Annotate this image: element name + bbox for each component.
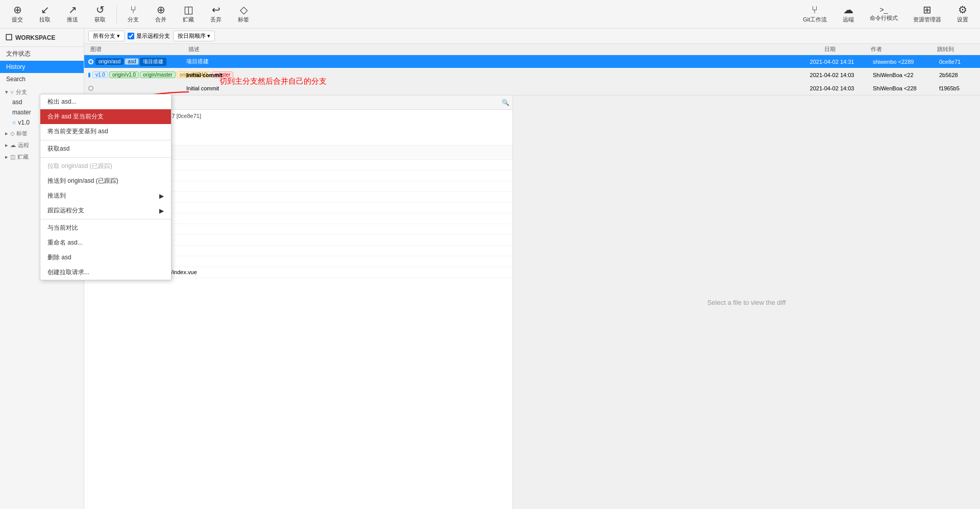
- toolbar-stash[interactable]: ◫ 贮藏: [175, 3, 202, 26]
- tag-section-icon: ◇: [10, 130, 14, 137]
- toolbar-sep1: [116, 5, 117, 23]
- merge-icon: ⊕: [157, 5, 165, 15]
- branch-icon: ⑂: [130, 5, 136, 15]
- git-flow-icon: ⑂: [812, 5, 818, 15]
- tag-origin-master: origin/master: [140, 71, 176, 78]
- ctx-merge[interactable]: 合并 asd 至当前分支: [40, 109, 171, 124]
- remote-icon: ☁: [843, 5, 853, 15]
- commit-date-3: 2021-04-02 14:03: [791, 85, 873, 91]
- commit-date-1: 2021-04-02 14:31: [791, 59, 873, 65]
- tag-origin-asd: origin/asd: [95, 58, 124, 65]
- commit-icon: ⊕: [13, 5, 22, 15]
- show-remote-checkbox[interactable]: 显示远程分支: [128, 32, 170, 40]
- stash-section-icon: ◫: [10, 154, 15, 160]
- toolbar-merge[interactable]: ⊕ 合并: [148, 3, 174, 26]
- ctx-rebase[interactable]: 将当前变更变基到 asd: [40, 124, 171, 139]
- detail-search-icon[interactable]: 🔍: [502, 99, 509, 106]
- commit-hash-3: f1965b5: [939, 85, 980, 91]
- sidebar-file-status[interactable]: 文件状态: [0, 47, 84, 61]
- commit-graph-2: v1.0 origin/v1.0 origin/master origin/HE…: [84, 71, 186, 78]
- pull-icon: ↙: [41, 5, 50, 15]
- ctx-push-tracked[interactable]: 推送到 origin/asd (已跟踪): [40, 174, 171, 188]
- toolbar-remote[interactable]: ☁ 远端: [835, 3, 862, 26]
- dropdown-arrow-icon: ▾: [117, 33, 120, 39]
- commit-row-1[interactable]: origin/asd asd 项目搭建 项目搭建 2021-04-02 14:3…: [84, 55, 980, 68]
- content-area: 所有分支 ▾ 显示远程分支 按日期顺序 ▾ 图谱 描述 日期 作者 跳转到: [84, 29, 980, 509]
- ctx-push-to[interactable]: 推送到 ▶: [40, 188, 171, 203]
- stash-icon: ◫: [184, 5, 193, 15]
- toolbar-right: ⑂ Git工作流 ☁ 远端 >_ 命令行模式 ⊞ 资源管理器 ⚙ 设置: [796, 3, 976, 26]
- commit-toolbar: 所有分支 ▾ 显示远程分支 按日期顺序 ▾: [84, 29, 980, 44]
- tag-v1: v1.0: [92, 71, 108, 78]
- fetch-icon: ↺: [96, 5, 105, 15]
- toolbar-git-flow[interactable]: ⑂ Git工作流: [796, 3, 834, 26]
- commit-author-2: ShiWenBoa <22: [873, 72, 939, 78]
- commit-author-1: shiwenbo <2289: [873, 59, 939, 65]
- branch-section-icon: ⑂: [10, 89, 14, 95]
- commit-date-2: 2021-04-02 14:03: [791, 72, 873, 78]
- ctx-pull-disabled: 拉取 origin/asd (已跟踪): [40, 159, 171, 174]
- ctx-sep-3: [40, 219, 171, 220]
- commit-desc-2: Initial commit: [186, 72, 791, 78]
- commit-desc-1: 项目搭建: [186, 58, 791, 65]
- tag-asd: asd: [125, 58, 139, 65]
- commit-row-2[interactable]: v1.0 origin/v1.0 origin/master origin/HE…: [84, 68, 980, 82]
- sidebar-history[interactable]: History: [0, 61, 84, 73]
- commit-list: origin/asd asd 项目搭建 项目搭建 2021-04-02 14:3…: [84, 55, 980, 95]
- sidebar-search[interactable]: Search: [0, 73, 84, 85]
- commit-list-header: 图谱 描述 日期 作者 跳转到: [84, 44, 980, 55]
- all-branches-dropdown[interactable]: 所有分支 ▾: [88, 31, 125, 41]
- ctx-rename[interactable]: 重命名 asd...: [40, 235, 171, 250]
- toolbar-commit[interactable]: ⊕ 提交: [4, 3, 31, 26]
- col-header-desc: 描述: [188, 45, 789, 53]
- commit-hash-2: 2b5628: [939, 72, 980, 78]
- discard-icon: ↩: [212, 5, 220, 15]
- commit-hash-1: 0ce8e71: [939, 59, 980, 65]
- col-header-author: 作者: [871, 45, 937, 53]
- toolbar-fetch[interactable]: ↺ 获取: [87, 3, 113, 26]
- col-header-graph: 图谱: [86, 45, 188, 53]
- toolbar-branch[interactable]: ⑂ 分支: [120, 3, 146, 26]
- chevron-right-icon3: ▸: [5, 154, 8, 160]
- ctx-delete[interactable]: 删除 asd: [40, 250, 171, 265]
- commit-graph-1: origin/asd asd 项目搭建: [84, 58, 186, 66]
- ctx-sep-2: [40, 157, 171, 158]
- submenu-arrow-icon: ▶: [159, 192, 164, 200]
- commit-author-3: ShiWenBoa <228: [873, 85, 939, 91]
- toolbar-discard[interactable]: ↩ 丢弃: [203, 3, 229, 26]
- workspace-logo: ☐ WORKSPACE: [0, 29, 84, 47]
- settings-icon: ⚙: [958, 5, 967, 15]
- ctx-track-remote[interactable]: 跟踪远程分支 ▶: [40, 203, 171, 218]
- commit-graph-3: [84, 86, 186, 91]
- tag-origin-v1: origin/v1.0: [109, 71, 139, 78]
- col-header-date: 日期: [789, 45, 871, 53]
- tag-build: 项目搭建: [140, 58, 166, 66]
- bottom-area: ▾ ≡ ▾ 🔍 e22093414605bea2badeebc39fa7 [0c…: [84, 95, 980, 509]
- workspace-icon: ☐: [5, 33, 12, 42]
- chevron-down-icon: ▾: [5, 89, 8, 95]
- toolbar-settings[interactable]: ⚙ 设置: [949, 3, 976, 26]
- ctx-pull-request[interactable]: 创建拉取请求...: [40, 265, 171, 280]
- toolbar-push[interactable]: ↗ 推送: [59, 3, 86, 26]
- col-header-hash: 跳转到: [937, 45, 978, 53]
- tag-icon: ◇: [240, 5, 248, 15]
- commit-desc-3: Initial commit: [186, 85, 791, 91]
- context-menu: 检出 asd... 合并 asd 至当前分支 将当前变更变基到 asd 获取as…: [40, 94, 172, 280]
- chevron-right-icon: ▸: [5, 130, 8, 137]
- ctx-checkout[interactable]: 检出 asd...: [40, 94, 171, 109]
- sort-dropdown[interactable]: 按日期顺序 ▾: [173, 31, 215, 41]
- sort-arrow-icon: ▾: [207, 33, 210, 39]
- commit-row-3[interactable]: Initial commit 2021-04-02 14:03 ShiWenBo…: [84, 82, 980, 95]
- explorer-icon: ⊞: [923, 5, 932, 15]
- remote-section-icon: ☁: [10, 142, 16, 149]
- toolbar-terminal[interactable]: >_ 命令行模式: [863, 4, 905, 24]
- ctx-compare[interactable]: 与当前对比: [40, 221, 171, 235]
- toolbar-pull[interactable]: ↙ 拉取: [32, 3, 58, 26]
- terminal-icon: >_: [880, 6, 888, 13]
- push-icon: ↗: [68, 5, 77, 15]
- main-toolbar: ⊕ 提交 ↙ 拉取 ↗ 推送 ↺ 获取 ⑂ 分支 ⊕ 合并 ◫ 贮藏 ↩ 丢弃 …: [0, 0, 980, 29]
- diff-area: Select a file to view the diff: [513, 95, 980, 509]
- ctx-fetch[interactable]: 获取asd: [40, 141, 171, 156]
- toolbar-explorer[interactable]: ⊞ 资源管理器: [906, 3, 948, 26]
- toolbar-tag[interactable]: ◇ 标签: [230, 3, 257, 26]
